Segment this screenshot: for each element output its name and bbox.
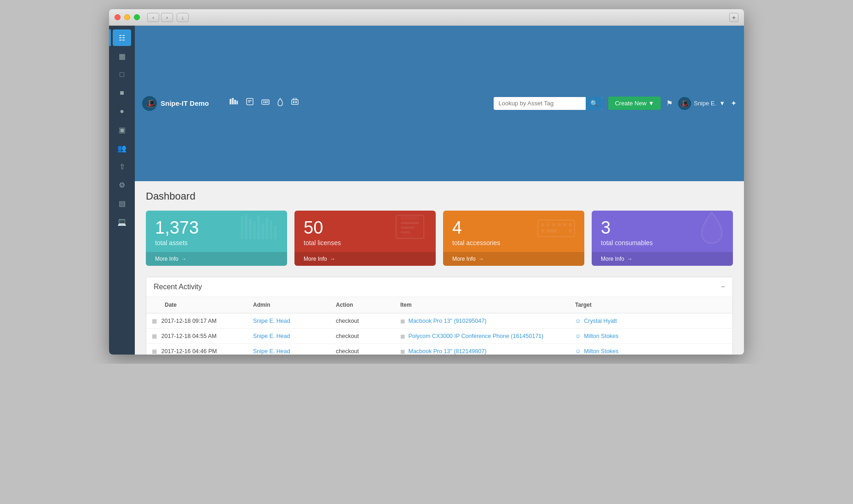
app-logo[interactable]: 🎩 Snipe-IT Demo [142,96,209,111]
user-name: Snipe E. [694,100,716,107]
download-button[interactable]: ↓ [177,13,189,22]
svg-rect-3 [232,98,234,104]
flag-button[interactable]: ⚑ [666,99,673,108]
admin-link[interactable]: Snipe E. Head [253,318,290,324]
svg-rect-40 [552,223,555,226]
consumables-more-info-arrow: → [627,256,633,262]
sidebar-item-dashboard[interactable]: ☷ [113,29,131,46]
row-target: ☺ Milton Stokes [570,344,732,355]
assets-more-info[interactable]: More Info → [146,252,287,266]
svg-rect-2 [230,99,231,104]
licenses-nav-icon[interactable] [246,97,254,109]
svg-rect-5 [236,101,238,104]
svg-rect-35 [401,231,410,233]
stat-card-consumables: 3 total consumables More Info → [592,211,733,266]
svg-rect-15 [265,102,267,103]
collapse-button[interactable]: − [721,283,725,291]
sidebar-item-laptop[interactable]: 💻 [113,213,131,230]
create-new-button[interactable]: Create New ▼ [608,97,661,110]
top-navigation: 🎩 Snipe-IT Demo [135,26,744,181]
assets-nav-icon[interactable] [229,97,238,109]
forward-button[interactable]: › [161,13,173,22]
row-action: checkout [330,313,395,329]
svg-rect-38 [541,223,544,226]
col-target: Target [570,297,732,313]
consumables-icon: ● [120,107,124,115]
accessories-more-info[interactable]: More Info → [443,252,584,266]
assets-more-info-arrow: → [181,256,187,262]
consumables-card-icon [698,211,726,250]
accessories-more-info-arrow: → [478,256,484,262]
asset-tag-input[interactable] [494,97,586,109]
col-item: Item [395,297,570,313]
licenses-more-info[interactable]: More Info → [294,252,436,266]
sidebar-item-components[interactable]: ▣ [113,121,131,138]
close-button[interactable] [115,14,121,20]
target-link[interactable]: Milton Stokes [584,333,618,339]
item-link[interactable]: Macbook Pro 13" (812149807) [408,348,486,355]
share-button[interactable]: ✦ [731,99,737,108]
sidebar-item-settings[interactable]: ⚙ [113,177,131,193]
table-row: ▦ 2017-12-16 04:46 PM Snipe E. Head chec… [146,344,732,355]
barcode-icon: ▦ [152,333,157,339]
svg-rect-28 [261,223,264,239]
sidebar-item-upload[interactable]: ⇧ [113,158,131,175]
sidebar-item-licenses[interactable]: □ [113,66,131,83]
svg-rect-16 [267,102,268,103]
maximize-button[interactable] [134,14,140,20]
asset-tag-search[interactable]: 🔍 [494,97,603,110]
nav-icons [229,97,299,109]
item-barcode-icon: ▦ [400,349,405,354]
admin-link[interactable]: Snipe E. Head [253,333,290,339]
sidebar-item-accessories[interactable]: ■ [113,85,131,101]
item-link[interactable]: Macbook Pro 13" (910295047) [408,318,486,324]
create-new-label: Create New [615,100,646,107]
assets-card-icon [238,212,280,249]
table-header-row: Date Admin Action Item Target [146,297,732,313]
consumables-more-info[interactable]: More Info → [592,252,733,266]
svg-rect-25 [249,218,252,239]
accessories-card-icon [536,212,577,249]
sidebar-item-consumables[interactable]: ● [113,103,131,120]
item-link[interactable]: Polycom CX3000 IP Conference Phone (1614… [408,333,543,339]
table-row: ▦ 2017-12-18 04:55 AM Snipe E. Head chec… [146,328,732,344]
logo-avatar: 🎩 [142,96,157,111]
components-nav-icon[interactable] [291,97,299,109]
row-item: ▦ Macbook Pro 13" (812149807) [395,344,570,355]
svg-rect-26 [253,221,256,239]
app-body: ☷ ▦ □ ■ ● ▣ 👥 ⇧ ⚙ [109,26,744,355]
row-admin: Snipe E. Head [248,344,330,355]
row-admin: Snipe E. Head [248,328,330,344]
minimize-button[interactable] [124,14,130,20]
svg-rect-23 [241,216,243,239]
add-tab-button[interactable]: + [729,13,738,22]
consumables-nav-icon[interactable] [277,97,283,109]
accessories-nav-icon[interactable] [261,97,270,109]
svg-rect-4 [234,100,236,104]
target-link[interactable]: Crystal Hyatt [584,318,617,324]
item-barcode-icon: ▦ [400,318,405,324]
accessories-more-info-text: More Info [452,256,476,262]
search-submit-button[interactable]: 🔍 [586,97,603,110]
main-content: Dashboard 1,373 total assets [135,181,744,355]
user-icon: ☺ [575,333,581,339]
target-link[interactable]: Milton Stokes [584,348,618,355]
assets-more-info-text: More Info [155,256,179,262]
recent-activity-panel: Recent Activity − Date Admin Action Item… [146,277,733,355]
item-barcode-icon: ▦ [400,333,405,339]
back-button[interactable]: ‹ [147,13,159,22]
upload-icon: ⇧ [119,162,125,171]
user-menu[interactable]: 🎩 Snipe E. ▼ [678,97,725,110]
admin-link[interactable]: Snipe E. Head [253,348,290,355]
consumables-more-info-text: More Info [601,256,624,262]
sidebar-item-users[interactable]: 👥 [113,140,131,156]
laptop-icon: 💻 [117,218,127,226]
create-new-caret: ▼ [648,100,654,107]
user-avatar: 🎩 [678,97,691,110]
user-icon: ☺ [575,348,581,355]
svg-rect-31 [274,225,277,239]
svg-rect-30 [270,220,272,239]
barcode-icon: ▦ [152,348,157,355]
sidebar-item-assets[interactable]: ▦ [113,48,131,64]
sidebar-item-reports[interactable]: ▤ [113,195,131,212]
